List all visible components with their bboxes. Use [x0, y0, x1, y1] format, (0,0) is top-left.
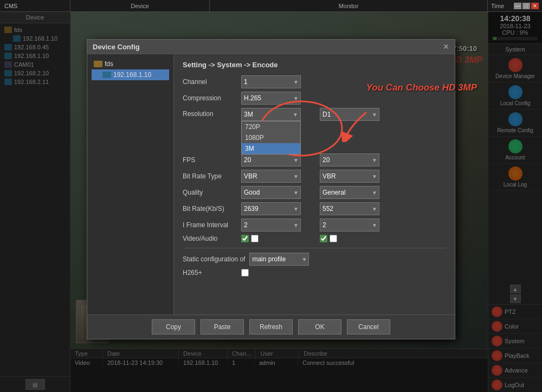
fps-sub-select[interactable]: 15202530 [320, 153, 379, 166]
refresh-button[interactable]: Refresh [249, 319, 293, 335]
bit-rate-label: Bit Rate(Kb/S) [183, 205, 237, 213]
audio-sub-checkbox[interactable] [330, 235, 337, 242]
resolution-arrow-icon: ▼ [293, 112, 298, 118]
channel-label: Channel [183, 78, 237, 86]
dialog-header: Device Config ✕ [87, 40, 455, 54]
iframe-main-select[interactable]: 12345 [241, 219, 301, 232]
fps-row: FPS 15202530 ▼ 15202530 [183, 153, 446, 166]
bit-rate-main-select[interactable]: 5121024204826394096 [241, 202, 301, 215]
compression-row: Compression H.264H.265 ▼ [183, 92, 446, 105]
dialog-monitor-icon [102, 72, 111, 78]
static-config-row: Static configuration of main profilehigh… [183, 253, 446, 266]
dialog-footer: Copy Paste Refresh OK Cancel [87, 314, 455, 339]
h265plus-row: H265+ [183, 269, 446, 277]
iframe-row: I Frame Interval 12345 ▼ 12345 [183, 219, 446, 232]
resolution-label: Resolution [183, 108, 237, 118]
dialog-tree-panel: fds 192.168.1.10 [87, 54, 174, 314]
resolution-dropdown: 720P 1080P 3M [241, 121, 301, 155]
device-section-header: Device [70, 0, 210, 11]
video-sub-checkbox[interactable] [320, 235, 327, 242]
quality-sub-select[interactable]: LowNormalGoodGeneral [320, 186, 379, 199]
bit-rate-type-sub-select[interactable]: CBRVBR [320, 170, 379, 183]
cancel-button[interactable]: Cancel [347, 319, 390, 335]
bit-rate-type-main-select[interactable]: CBRVBR [241, 170, 301, 183]
quality-main-select[interactable]: LowNormalGoodBest [241, 186, 301, 199]
settings-panel: Setting -> System -> Encode Channel 1234… [174, 54, 455, 314]
app-title: CMS [0, 0, 70, 11]
h265plus-label: H265+ [183, 269, 237, 277]
resolution-sub-select[interactable]: D1720P1080P3M [320, 108, 379, 121]
h265plus-checkbox[interactable] [241, 269, 249, 277]
bit-rate-row: Bit Rate(Kb/S) 5121024204826394096 ▼ 256… [183, 202, 446, 215]
maximize-button[interactable]: □ [522, 3, 530, 9]
ok-button[interactable]: OK [298, 319, 341, 335]
resolution-main-wrapper: 3M ▼ 720P 1080P 3M [241, 108, 301, 121]
iframe-sub-select[interactable]: 12345 [320, 219, 379, 232]
bit-rate-sub-select[interactable]: 2565125521024 [320, 202, 379, 215]
minimize-button[interactable]: — [514, 3, 521, 9]
copy-button[interactable]: Copy [152, 319, 195, 335]
paste-button[interactable]: Paste [201, 319, 244, 335]
app-close-button[interactable]: ✕ [531, 3, 539, 9]
compression-label: Compression [183, 94, 237, 102]
dialog-close-button[interactable]: ✕ [443, 42, 449, 51]
time-section-header: Time [491, 3, 504, 9]
dialog-title: Device Config [93, 43, 140, 51]
channel-row: Channel 1234 ▼ [183, 75, 446, 88]
compression-select[interactable]: H.264H.265 [241, 92, 301, 105]
resolution-option-1080p[interactable]: 1080P [242, 132, 300, 143]
resolution-option-3m[interactable]: 3M [242, 143, 300, 154]
audio-main-checkbox[interactable] [251, 235, 259, 242]
resolution-row: Resolution 3M ▼ 720P 1080P 3M [183, 108, 446, 121]
static-config-select[interactable]: main profilehigh profilebaseline [249, 253, 309, 266]
static-config-label: Static configuration of [183, 255, 245, 263]
quality-row: Quality LowNormalGoodBest ▼ LowNormalGoo… [183, 186, 446, 199]
device-config-dialog: Device Config ✕ fds 192.168.1.10 Setting… [87, 39, 455, 339]
quality-label: Quality [183, 189, 237, 196]
bit-rate-type-label: Bit Rate Type [183, 172, 237, 180]
dialog-body: fds 192.168.1.10 Setting -> System -> En… [87, 54, 455, 314]
modal-overlay: Device Config ✕ fds 192.168.1.10 Setting… [0, 12, 542, 392]
iframe-label: I Frame Interval [183, 221, 237, 229]
breadcrumb: Setting -> System -> Encode [183, 61, 446, 69]
dialog-folder-icon [94, 61, 102, 67]
fps-main-select[interactable]: 15202530 [241, 153, 301, 166]
video-main-checkbox[interactable] [241, 235, 249, 242]
channel-select-wrapper: 1234 ▼ [241, 75, 301, 88]
channel-select[interactable]: 1234 [241, 75, 301, 88]
video-audio-label: Video/Audio [183, 235, 237, 242]
video-audio-row: Video/Audio [183, 235, 446, 242]
resolution-display[interactable]: 3M ▼ [241, 108, 301, 121]
resolution-option-720p[interactable]: 720P [242, 121, 300, 132]
monitor-section-header: Monitor [210, 0, 488, 11]
dialog-tree-root[interactable]: fds [92, 59, 169, 69]
bit-rate-type-row: Bit Rate Type CBRVBR ▼ CBRVBR [183, 170, 446, 183]
fps-label: FPS [183, 156, 237, 164]
dialog-tree-child[interactable]: 192.168.1.10 [92, 69, 169, 80]
